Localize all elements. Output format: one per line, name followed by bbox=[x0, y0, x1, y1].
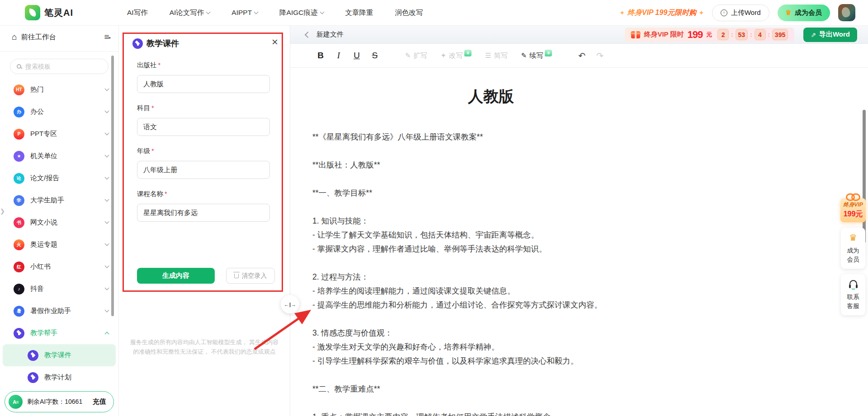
doc-line: **一、教学目标** bbox=[312, 186, 670, 200]
category-icon: 学 bbox=[14, 195, 24, 206]
grad-cap-icon bbox=[132, 38, 143, 49]
headset-icon bbox=[849, 280, 857, 286]
right-floating-rail: 终身VIP 199元 ♛ 成为会员 联系客服 bbox=[839, 193, 867, 315]
sidebar-item[interactable]: 教学帮手 bbox=[0, 322, 118, 344]
ai-tool-button[interactable]: ☰ 简写 bbox=[485, 51, 507, 60]
countdown-segment: 2 : bbox=[717, 29, 735, 40]
sidebar-item[interactable]: 学 大学生助手 bbox=[0, 189, 118, 211]
editor-content[interactable]: 人教版 **《星星离我们有多远》八年级上册语文课教案****出版社：人教版***… bbox=[290, 68, 868, 416]
sidebar-collapse-icon[interactable]: ≡◂ bbox=[104, 32, 109, 42]
back-icon[interactable] bbox=[305, 31, 311, 37]
form-field: 出版社* bbox=[137, 61, 270, 93]
ai-tool-button[interactable]: ✎ 续写 ♛ bbox=[521, 51, 552, 60]
field-input[interactable] bbox=[137, 161, 270, 179]
rail-member-card[interactable]: ♛ 成为会员 bbox=[841, 228, 865, 269]
go-workspace-link[interactable]: 前往工作台 bbox=[21, 33, 56, 42]
become-member-button[interactable]: ♛ 成为会员 bbox=[778, 5, 830, 21]
search-input[interactable] bbox=[25, 63, 98, 70]
vip-gift-widget[interactable]: 终身VIP 199元 bbox=[840, 198, 866, 222]
grad-cap-icon bbox=[28, 350, 38, 361]
bold-button[interactable]: B bbox=[315, 51, 326, 61]
redo-icon[interactable]: ↷ bbox=[596, 51, 604, 61]
sidebar-item[interactable]: P PPT专区 bbox=[0, 123, 118, 145]
nav-item[interactable]: AI写作 bbox=[116, 8, 159, 18]
remaining-words: 剩余AI字数：10661 bbox=[27, 398, 82, 406]
doc-line: - 培养学生的阅读理解能力，通过阅读课文提取关键信息。 bbox=[312, 284, 670, 298]
sidebar-item[interactable]: 红 小红书 bbox=[0, 256, 118, 278]
nav-item[interactable]: 降AIGC痕迹 bbox=[269, 8, 334, 18]
sparkle-icon: ✦ bbox=[620, 9, 625, 16]
countdown: 2 : 53 : 4 : 395 bbox=[717, 29, 788, 40]
ai-tool-label: 改写 bbox=[449, 51, 462, 60]
chevron-down-icon bbox=[105, 308, 109, 313]
chevron-down-icon bbox=[105, 220, 109, 224]
gift-icon bbox=[631, 31, 640, 38]
panel-resize-handle[interactable]: ←|→ bbox=[281, 295, 299, 313]
sidebar-item[interactable]: ★ 机关单位 bbox=[0, 145, 118, 167]
logo[interactable]: 笔灵AI bbox=[25, 5, 73, 20]
nav-item[interactable]: 润色改写 bbox=[384, 8, 434, 18]
sidebar-item-label: 论文/报告 bbox=[30, 174, 59, 182]
category-icon: 暑 bbox=[14, 306, 24, 317]
template-search[interactable] bbox=[10, 59, 108, 74]
sidebar-item-label: 暑假作业助手 bbox=[30, 307, 71, 315]
history-group: ↶ ↷ bbox=[578, 51, 604, 61]
category-icon: 火 bbox=[14, 239, 24, 250]
user-avatar[interactable] bbox=[838, 4, 855, 21]
workspace-row: ⌂ 前往工作台 ≡◂ bbox=[0, 26, 118, 48]
form-field: 年级* bbox=[137, 147, 270, 179]
field-input[interactable] bbox=[137, 75, 270, 93]
vip-promo-banner[interactable]: ✦ 终身VIP 199元限时购 ✦ bbox=[620, 8, 704, 18]
sidebar-item[interactable]: 火 奥运专题 bbox=[0, 234, 118, 256]
sidebar-item[interactable]: HT 热门 bbox=[0, 79, 118, 101]
ai-tool-label: 续写 bbox=[529, 51, 543, 60]
countdown-colon: : bbox=[731, 31, 733, 38]
chevron-down-icon bbox=[105, 197, 109, 202]
required-asterisk: * bbox=[165, 190, 167, 197]
ai-tool-button[interactable]: ✎ 扩写 bbox=[405, 51, 427, 60]
category-icon bbox=[14, 328, 24, 339]
recharge-link[interactable]: 充值 bbox=[93, 397, 106, 406]
doc-block: **二、教学重难点** bbox=[312, 382, 670, 396]
form-buttons: 生成内容 清空录入 bbox=[137, 268, 275, 284]
upload-word-button[interactable]: ↑ 上传Word bbox=[712, 5, 769, 21]
ai-tool-button[interactable]: ✦ 改写 ♛ bbox=[441, 51, 472, 60]
nav-item[interactable]: AI论文写作 bbox=[159, 8, 221, 18]
sidebar-item[interactable]: 暑 暑假作业助手 bbox=[0, 300, 118, 322]
format-group: BIUS bbox=[315, 51, 387, 61]
close-icon[interactable]: × bbox=[272, 37, 278, 47]
clear-button[interactable]: 清空录入 bbox=[226, 268, 275, 284]
nav-item[interactable]: AIPPT bbox=[221, 9, 269, 17]
sidebar-scrollbar[interactable] bbox=[111, 56, 114, 316]
underline-button[interactable]: U bbox=[351, 51, 363, 61]
sidebar-item[interactable]: 办 办公 bbox=[0, 101, 118, 123]
vip-countdown-banner[interactable]: 终身VIP 限时 199 元 2 : 53 : 4 : bbox=[625, 28, 794, 42]
countdown-segment: 395 bbox=[772, 29, 788, 40]
field-label: 课程名称* bbox=[137, 190, 270, 198]
italic-button[interactable]: I bbox=[333, 51, 344, 61]
rail-support-card[interactable]: 联系客服 bbox=[841, 274, 865, 315]
clear-button-label: 清空录入 bbox=[242, 272, 267, 280]
nav-item[interactable]: 文章降重 bbox=[335, 8, 384, 18]
doc-block: **《星星离我们有多远》八年级上册语文课教案** bbox=[312, 130, 670, 144]
logo-text: 笔灵AI bbox=[44, 7, 73, 19]
field-input[interactable] bbox=[137, 204, 270, 222]
sidebar-item-label: PPT专区 bbox=[30, 130, 57, 138]
doc-line: **出版社：人教版** bbox=[312, 158, 670, 172]
sidebar-item[interactable]: 论 论文/报告 bbox=[0, 167, 118, 189]
logo-icon bbox=[25, 5, 40, 20]
export-word-button[interactable]: ⇗ 导出Word bbox=[803, 28, 857, 42]
sidebar-sub-item[interactable]: 教学课件 bbox=[3, 344, 116, 366]
field-input[interactable] bbox=[137, 118, 270, 136]
navbar-right: ✦ 终身VIP 199元限时购 ✦ ↑ 上传Word ♛ 成为会员 bbox=[620, 4, 855, 21]
edge-expand-icon[interactable]: ❯ bbox=[0, 208, 5, 215]
strikethrough-button[interactable]: S bbox=[369, 51, 381, 61]
sidebar-sub-item-label: 教学课件 bbox=[44, 351, 71, 360]
sidebar-item[interactable]: 书 网文小说 bbox=[0, 211, 118, 234]
sidebar-sub-item[interactable]: 教学计划 bbox=[3, 366, 116, 388]
sidebar-item[interactable]: ♪ 抖音 bbox=[0, 278, 118, 300]
undo-icon[interactable]: ↶ bbox=[578, 51, 585, 61]
document-title[interactable]: 新建文件 bbox=[316, 30, 344, 39]
doc-line: - 提高学生的思维能力和分析能力，通过小组讨论、合作探究等方式探讨课文内容。 bbox=[312, 298, 670, 312]
generate-button[interactable]: 生成内容 bbox=[137, 268, 215, 284]
